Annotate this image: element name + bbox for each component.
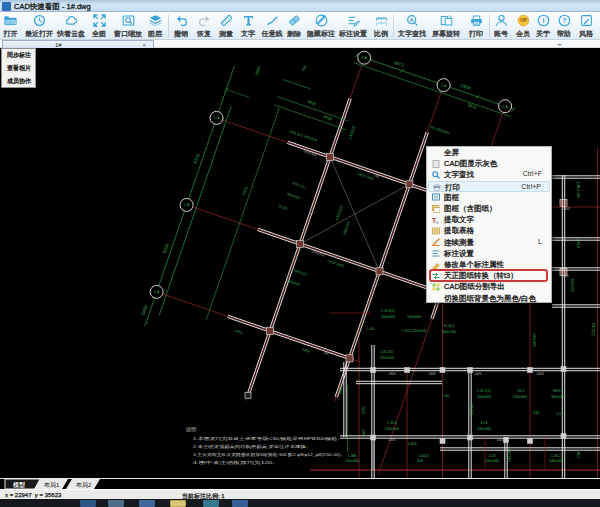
svg-text:1403: 1403 xyxy=(428,372,435,376)
svg-text:KL4(2): KL4(2) xyxy=(444,324,455,328)
svg-text:说明:: 说明: xyxy=(185,426,197,433)
svg-text:240x600: 240x600 xyxy=(485,459,499,463)
svg-text:KL2: KL2 xyxy=(518,389,524,393)
svg-text:1-L8: 1-L8 xyxy=(480,421,487,425)
svg-text:300x700: 300x700 xyxy=(442,330,456,334)
svg-text:240: 240 xyxy=(417,459,423,463)
svg-text:1-KL7(2): 1-KL7(2) xyxy=(477,389,491,393)
svg-text:1-A: 1-A xyxy=(502,105,508,109)
svg-text:6400: 6400 xyxy=(141,304,149,316)
svg-text:N5 300x600: N5 300x600 xyxy=(430,125,450,135)
svg-text:300x600: 300x600 xyxy=(343,221,351,235)
svg-text:KL2: KL2 xyxy=(576,452,580,458)
svg-text:1-L5: 1-L5 xyxy=(556,412,563,416)
svg-text:KL8(2): KL8(2) xyxy=(469,405,473,416)
svg-text:240: 240 xyxy=(533,411,539,415)
svg-text:布局1: 布局1 xyxy=(44,482,60,489)
svg-text:240: 240 xyxy=(323,351,330,357)
svg-text:布局2: 布局2 xyxy=(76,482,92,489)
svg-text:5611: 5611 xyxy=(467,102,478,110)
svg-text:2403: 2403 xyxy=(388,372,395,376)
svg-text:1-403: 1-403 xyxy=(407,442,416,446)
svg-text:6873: 6873 xyxy=(394,60,406,68)
svg-text:9.550: 9.550 xyxy=(278,204,288,211)
svg-text:1-A: 1-A xyxy=(184,203,190,207)
svg-text:240x600: 240x600 xyxy=(407,315,421,319)
svg-text:WKL3(2) 300x600: WKL3(2) 300x600 xyxy=(289,130,318,143)
svg-text:2403: 2403 xyxy=(388,438,395,442)
svg-text:1-L6: 1-L6 xyxy=(488,454,495,458)
svg-text:L-KL5 240x400: L-KL5 240x400 xyxy=(402,329,426,333)
svg-text:1-KL11(3): 1-KL11(3) xyxy=(335,205,344,221)
svg-text:9200: 9200 xyxy=(162,242,170,254)
svg-text:3.主次梁相交处次梁两侧各附加3组箍筋:300 配2 φ8/: 3.主次梁相交处次梁两侧各附加3组箍筋:300 配2 φ8/φ12_φ8(D50… xyxy=(193,452,345,458)
svg-text:1.本图梁均为混凝土强度等级C30,钢筋采用HPB300钢筋: 1.本图梁均为混凝土强度等级C30,钢筋采用HPB300钢筋。 xyxy=(193,436,343,442)
svg-text:300x600: 300x600 xyxy=(551,395,565,399)
svg-text:300x600: 300x600 xyxy=(381,315,395,319)
svg-text:1800: 1800 xyxy=(254,65,262,76)
svg-text:1-KL8: 1-KL8 xyxy=(576,238,580,248)
svg-text:1-A: 1-A xyxy=(214,116,220,120)
svg-text:L40(2): L40(2) xyxy=(419,454,429,458)
svg-text:240x400: 240x400 xyxy=(345,459,359,463)
svg-text:2403: 2403 xyxy=(536,372,543,376)
svg-text:1584: 1584 xyxy=(460,83,472,91)
svg-text:298: 298 xyxy=(361,429,365,435)
svg-text:VIP: VIP xyxy=(519,18,526,23)
svg-text:2.未注明梁顶标高同结构层标高,梁定位详见建施。: 2.未注明梁顶标高同结构层标高,梁定位详见建施。 xyxy=(193,444,311,450)
svg-text:2405: 2405 xyxy=(474,372,481,376)
svg-text:240x500: 240x500 xyxy=(380,356,394,360)
svg-text:WKL5(2): WKL5(2) xyxy=(293,269,308,277)
svg-text:1-A: 1-A xyxy=(441,84,447,88)
svg-text:300x600: 300x600 xyxy=(477,395,491,399)
svg-text:1-KL6(2): 1-KL6(2) xyxy=(381,309,395,313)
svg-text:300x600: 300x600 xyxy=(286,279,300,287)
svg-text:8100: 8100 xyxy=(193,153,201,165)
svg-text:1403: 1403 xyxy=(496,438,503,442)
svg-text:240x500: 240x500 xyxy=(385,427,399,431)
svg-text:240x400: 240x400 xyxy=(532,333,536,347)
svg-text:3408: 3408 xyxy=(301,347,310,353)
svg-text:1-W8: 1-W8 xyxy=(348,454,357,458)
svg-text:1425: 1425 xyxy=(361,406,365,414)
svg-text:WKL1(1): WKL1(1) xyxy=(292,181,307,189)
svg-text:750: 750 xyxy=(300,64,307,73)
svg-text:240x300: 240x300 xyxy=(477,427,491,431)
svg-text:240x400: 240x400 xyxy=(549,459,563,463)
svg-text:1-KL3(1): 1-KL3(1) xyxy=(380,350,394,354)
svg-text:7423: 7423 xyxy=(241,185,249,196)
svg-text:2403 2405: 2403 2405 xyxy=(327,259,344,268)
svg-text:?: ? xyxy=(562,16,567,25)
svg-text:模型: 模型 xyxy=(13,481,25,489)
svg-text:L-40: L-40 xyxy=(366,327,373,331)
svg-text:L40: L40 xyxy=(443,394,449,398)
svg-text:1403: 1403 xyxy=(562,207,569,211)
svg-text:KL10(2): KL10(2) xyxy=(591,324,595,337)
svg-text:4900: 4900 xyxy=(338,386,342,394)
svg-text:A: A xyxy=(409,16,414,23)
svg-text:300x600: 300x600 xyxy=(570,278,574,292)
svg-text:WKL5: WKL5 xyxy=(553,389,563,393)
svg-text:1403: 1403 xyxy=(234,328,243,334)
svg-text:L-KL6 240: L-KL6 240 xyxy=(576,182,580,199)
svg-text:2438: 2438 xyxy=(323,114,334,122)
svg-text:3438: 3438 xyxy=(307,99,318,107)
svg-text:L-KL3: L-KL3 xyxy=(387,421,397,425)
svg-text:x: x xyxy=(436,218,439,224)
svg-text:2403 2405: 2403 2405 xyxy=(357,172,374,181)
svg-text:300x600: 300x600 xyxy=(286,192,300,200)
svg-text:1-A: 1-A xyxy=(154,290,160,294)
svg-text:1-KL5(3): 1-KL5(3) xyxy=(348,126,356,141)
svg-text:i: i xyxy=(542,16,544,25)
svg-text:240: 240 xyxy=(373,173,380,179)
svg-text:240x400: 240x400 xyxy=(513,395,527,399)
svg-text:4.图中未注明板厚均为120。: 4.图中未注明板厚均为120。 xyxy=(193,460,279,465)
svg-text:L40 240: L40 240 xyxy=(507,449,511,462)
svg-text:L-KL2: L-KL2 xyxy=(551,454,561,458)
svg-text:240: 240 xyxy=(563,274,569,278)
svg-text:1-A: 1-A xyxy=(361,56,367,60)
